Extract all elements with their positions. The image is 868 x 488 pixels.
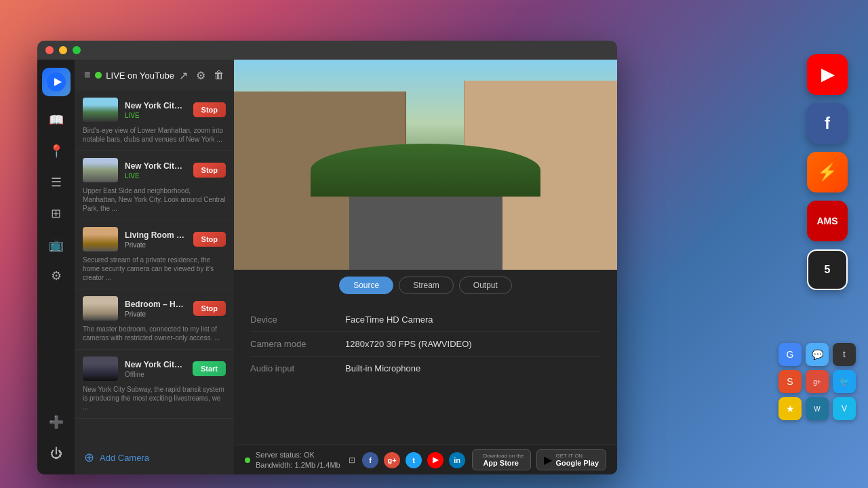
detail-row-0: Device FaceTime HD Camera: [250, 308, 601, 332]
camera-item-4[interactable]: New York City, Subway Offline Start New …: [75, 350, 234, 419]
camera-action-1[interactable]: Stop: [193, 163, 226, 178]
details-area: Device FaceTime HD Camera Camera mode 12…: [234, 301, 617, 445]
app-content: 📖 📍 ☰ ⊞ 📺 ⚙ ➕ ⏻: [37, 60, 617, 474]
social-icon-twitter[interactable]: t: [406, 452, 422, 468]
app-icon-channel5[interactable]: 5: [807, 249, 848, 290]
close-dot[interactable]: [45, 46, 54, 54]
camera-name-0: New York City – Birds Eye: [125, 101, 186, 110]
mini-row-2: S g+ 🐦: [778, 370, 856, 393]
detail-value-2: Built-in Microphone: [345, 363, 420, 373]
sidebar-icon-add[interactable]: ➕: [43, 409, 69, 435]
camera-name-2: Living Room – Home: [125, 230, 186, 240]
camera-action-2[interactable]: Stop: [193, 232, 226, 247]
mini-icon-twitter[interactable]: 🐦: [833, 370, 856, 393]
mini-icon-wp[interactable]: W: [806, 397, 829, 420]
app-icon-youtube[interactable]: ▶: [807, 54, 848, 95]
add-camera-label: Add Camera: [100, 453, 149, 463]
header-bar: ≡ LIVE on YouTube ↗ ⚙ 🗑: [75, 60, 234, 91]
sidebar-icon-power[interactable]: ⏻: [43, 441, 69, 466]
menu-icon: ≡: [84, 69, 90, 81]
add-icon: ⊕: [84, 450, 94, 465]
camera-info-4: New York City, Subway Offline: [125, 360, 186, 378]
live-indicator: [95, 72, 102, 79]
camera-name-1: New York City – UES: [125, 161, 186, 171]
video-scene: [234, 60, 617, 270]
mini-icon-yellow[interactable]: ★: [778, 397, 802, 420]
camera-item-0[interactable]: New York City – Birds Eye LIVE Stop Bird…: [75, 91, 234, 151]
google-play-badge[interactable]: ▶ GET IT ON Google Play: [536, 449, 606, 470]
camera-item-1[interactable]: New York City – UES LIVE Stop Upper East…: [75, 151, 234, 220]
detail-row-1: Camera mode 868x488 30 FPS (RAWVIDEO): [250, 332, 601, 357]
app-icon-facebook[interactable]: f: [807, 103, 848, 144]
social-icon-facebook[interactable]: f: [362, 452, 378, 468]
mini-icon-g2[interactable]: g+: [806, 370, 829, 393]
camera-status-1: LIVE: [125, 172, 186, 180]
sidebar-icon-video[interactable]: 📺: [43, 232, 69, 258]
camera-thumb-2: [83, 227, 118, 251]
mini-icon-v[interactable]: V: [833, 397, 856, 420]
maximize-dot[interactable]: [73, 46, 81, 54]
add-camera-button[interactable]: ⊕ Add Camera: [75, 441, 234, 474]
sidebar-icon-settings[interactable]: ⚙: [43, 263, 69, 289]
camera-list: New York City – Birds Eye LIVE Stop Bird…: [75, 91, 234, 441]
sidebar-icon-book[interactable]: 📖: [43, 107, 69, 133]
sidebar-icon-list[interactable]: ☰: [43, 169, 69, 195]
app-window: 📖 📍 ☰ ⊞ 📺 ⚙ ➕ ⏻: [37, 41, 617, 474]
google-play-icon: ▶: [544, 453, 552, 466]
tab-stream[interactable]: Stream: [399, 277, 454, 294]
camera-name-3: Bedroom – Home: [125, 300, 186, 309]
server-status-dot: [245, 458, 250, 463]
social-icon-youtube[interactable]: ▶: [427, 452, 443, 468]
detail-value-1: 868x488 30 FPS (RAWVIDEO): [345, 339, 472, 349]
header-menu[interactable]: ≡: [84, 69, 90, 81]
mini-row-3: ★ W V: [778, 397, 856, 420]
camera-desc-3: The master bedroom, connected to my list…: [83, 325, 226, 342]
camera-action-3[interactable]: Stop: [193, 301, 226, 316]
tab-output[interactable]: Output: [459, 277, 512, 294]
app-store-badge[interactable]: Download on the App Store: [472, 449, 531, 470]
share-icon[interactable]: ↗: [179, 69, 188, 82]
sidebar: 📖 📍 ☰ ⊞ 📺 ⚙ ➕ ⏻: [37, 60, 75, 474]
bottom-bar: Server status: OK Bandwidth: 1.2Mb /1.4M…: [234, 445, 617, 474]
camera-status-2: Private: [125, 241, 186, 249]
tab-source[interactable]: Source: [339, 277, 393, 294]
video-preview: [234, 60, 617, 270]
settings-icon[interactable]: ⚙: [196, 69, 205, 82]
mini-icon-chat[interactable]: 💬: [806, 343, 829, 366]
camera-thumb-1: [83, 158, 118, 182]
camera-info-2: Living Room – Home Private: [125, 230, 186, 249]
camera-action-0[interactable]: Stop: [193, 102, 226, 117]
mini-icon-s[interactable]: S: [778, 370, 802, 393]
server-status-text: Server status: OK Bandwidth: 1.2Mb /1.4M…: [256, 450, 340, 470]
camera-list-panel: ≡ LIVE on YouTube ↗ ⚙ 🗑 New: [75, 60, 234, 474]
camera-item-2[interactable]: Living Room – Home Private Stop Secured …: [75, 220, 234, 289]
minimize-dot[interactable]: [59, 46, 67, 54]
camera-item-3[interactable]: Bedroom – Home Private Stop The master b…: [75, 289, 234, 350]
camera-thumb-4: [83, 357, 118, 381]
mini-icon-g[interactable]: G: [778, 343, 802, 366]
store-badges: Download on the App Store ▶ GET IT ON Go…: [472, 449, 606, 470]
detail-label-0: Device: [250, 314, 345, 325]
google-play-sub: GET IT ON: [555, 453, 599, 459]
app-icon-ams[interactable]: AMS: [807, 201, 848, 241]
social-icons: fg+t▶in: [362, 452, 465, 468]
camera-action-4[interactable]: Start: [193, 361, 226, 376]
trash-icon[interactable]: 🗑: [214, 69, 224, 81]
camera-status-4: Offline: [125, 371, 186, 378]
app-icon-zapier[interactable]: ⚡: [807, 152, 848, 192]
status-ok: Server status: OK: [256, 450, 340, 460]
social-icon-google-plus[interactable]: g+: [384, 452, 400, 468]
camera-status-3: Private: [125, 310, 186, 318]
app-logo[interactable]: [42, 68, 71, 96]
camera-info-0: New York City – Birds Eye LIVE: [125, 101, 186, 119]
social-icon-linkedin[interactable]: in: [449, 452, 465, 468]
sidebar-icon-grid[interactable]: ⊞: [43, 201, 69, 226]
camera-desc-4: New York City Subway, the rapid transit …: [83, 385, 226, 411]
sidebar-icon-location[interactable]: 📍: [43, 138, 69, 164]
road: [349, 197, 502, 270]
mini-icon-t[interactable]: t: [833, 343, 856, 366]
detail-label-2: Audio input: [250, 363, 345, 373]
trees: [311, 144, 540, 197]
titlebar: [37, 41, 617, 60]
header-actions: ↗ ⚙ 🗑: [179, 69, 224, 82]
